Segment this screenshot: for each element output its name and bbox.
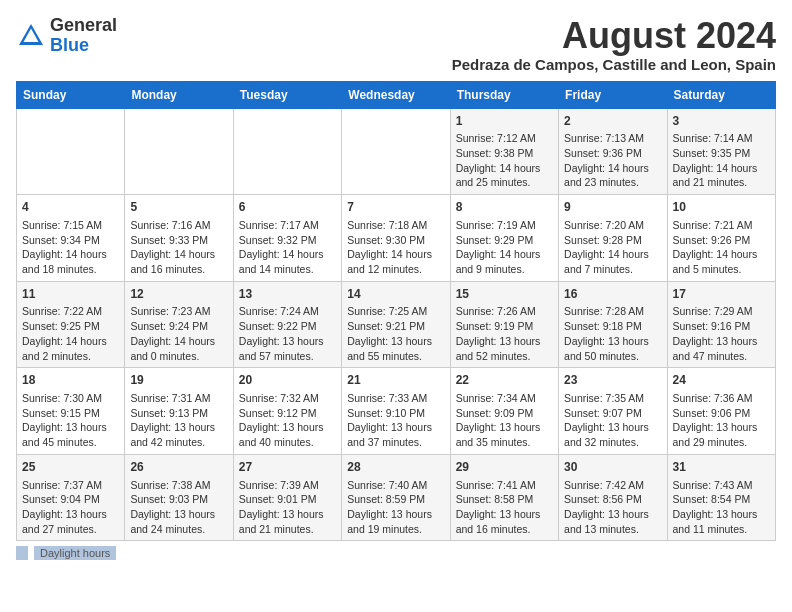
- sunrise: Sunrise: 7:39 AM: [239, 479, 319, 491]
- sunrise: Sunrise: 7:30 AM: [22, 392, 102, 404]
- sunrise: Sunrise: 7:18 AM: [347, 219, 427, 231]
- calendar-day-header: Tuesday: [233, 81, 341, 108]
- daylight: Daylight: 14 hours and 5 minutes.: [673, 248, 758, 275]
- daylight: Daylight: 13 hours and 50 minutes.: [564, 335, 649, 362]
- sunrise: Sunrise: 7:31 AM: [130, 392, 210, 404]
- calendar-cell: 26Sunrise: 7:38 AMSunset: 9:03 PMDayligh…: [125, 454, 233, 541]
- daylight: Daylight: 14 hours and 23 minutes.: [564, 162, 649, 189]
- sunset: Sunset: 9:06 PM: [673, 407, 751, 419]
- sunset: Sunset: 9:30 PM: [347, 234, 425, 246]
- calendar-table: SundayMondayTuesdayWednesdayThursdayFrid…: [16, 81, 776, 542]
- day-number: 26: [130, 459, 227, 476]
- sunrise: Sunrise: 7:35 AM: [564, 392, 644, 404]
- calendar-cell: 22Sunrise: 7:34 AMSunset: 9:09 PMDayligh…: [450, 368, 558, 455]
- daylight: Daylight: 14 hours and 2 minutes.: [22, 335, 107, 362]
- day-number: 16: [564, 286, 661, 303]
- calendar-cell: 21Sunrise: 7:33 AMSunset: 9:10 PMDayligh…: [342, 368, 450, 455]
- sunrise: Sunrise: 7:24 AM: [239, 305, 319, 317]
- sunrise: Sunrise: 7:12 AM: [456, 132, 536, 144]
- calendar-cell: 25Sunrise: 7:37 AMSunset: 9:04 PMDayligh…: [17, 454, 125, 541]
- sunset: Sunset: 9:33 PM: [130, 234, 208, 246]
- daylight: Daylight: 13 hours and 52 minutes.: [456, 335, 541, 362]
- sunrise: Sunrise: 7:20 AM: [564, 219, 644, 231]
- sunrise: Sunrise: 7:22 AM: [22, 305, 102, 317]
- calendar-cell: 6Sunrise: 7:17 AMSunset: 9:32 PMDaylight…: [233, 195, 341, 282]
- day-number: 1: [456, 113, 553, 130]
- calendar-week-row: 4Sunrise: 7:15 AMSunset: 9:34 PMDaylight…: [17, 195, 776, 282]
- logo: General Blue: [16, 16, 117, 56]
- calendar-cell: 20Sunrise: 7:32 AMSunset: 9:12 PMDayligh…: [233, 368, 341, 455]
- day-number: 23: [564, 372, 661, 389]
- daylight: Daylight: 13 hours and 16 minutes.: [456, 508, 541, 535]
- day-number: 7: [347, 199, 444, 216]
- sunset: Sunset: 9:34 PM: [22, 234, 100, 246]
- sunrise: Sunrise: 7:23 AM: [130, 305, 210, 317]
- daylight: Daylight: 14 hours and 12 minutes.: [347, 248, 432, 275]
- calendar-cell: [233, 108, 341, 195]
- day-number: 2: [564, 113, 661, 130]
- calendar-cell: 30Sunrise: 7:42 AMSunset: 8:56 PMDayligh…: [559, 454, 667, 541]
- sunset: Sunset: 9:16 PM: [673, 320, 751, 332]
- daylight: Daylight: 13 hours and 29 minutes.: [673, 421, 758, 448]
- calendar-cell: 7Sunrise: 7:18 AMSunset: 9:30 PMDaylight…: [342, 195, 450, 282]
- daylight: Daylight: 13 hours and 45 minutes.: [22, 421, 107, 448]
- calendar-cell: 31Sunrise: 7:43 AMSunset: 8:54 PMDayligh…: [667, 454, 775, 541]
- day-number: 27: [239, 459, 336, 476]
- daylight: Daylight: 13 hours and 40 minutes.: [239, 421, 324, 448]
- calendar-cell: 15Sunrise: 7:26 AMSunset: 9:19 PMDayligh…: [450, 281, 558, 368]
- sunrise: Sunrise: 7:36 AM: [673, 392, 753, 404]
- sunset: Sunset: 9:36 PM: [564, 147, 642, 159]
- footer-note: Daylight hours: [16, 547, 776, 559]
- calendar-cell: 13Sunrise: 7:24 AMSunset: 9:22 PMDayligh…: [233, 281, 341, 368]
- day-number: 6: [239, 199, 336, 216]
- sunset: Sunset: 8:58 PM: [456, 493, 534, 505]
- day-number: 18: [22, 372, 119, 389]
- calendar-cell: 10Sunrise: 7:21 AMSunset: 9:26 PMDayligh…: [667, 195, 775, 282]
- day-number: 19: [130, 372, 227, 389]
- sunrise: Sunrise: 7:38 AM: [130, 479, 210, 491]
- calendar-day-header: Friday: [559, 81, 667, 108]
- daylight: Daylight: 13 hours and 57 minutes.: [239, 335, 324, 362]
- daylight: Daylight: 13 hours and 27 minutes.: [22, 508, 107, 535]
- calendar-cell: 2Sunrise: 7:13 AMSunset: 9:36 PMDaylight…: [559, 108, 667, 195]
- daylight: Daylight: 13 hours and 13 minutes.: [564, 508, 649, 535]
- calendar-cell: 24Sunrise: 7:36 AMSunset: 9:06 PMDayligh…: [667, 368, 775, 455]
- calendar-cell: 8Sunrise: 7:19 AMSunset: 9:29 PMDaylight…: [450, 195, 558, 282]
- calendar-day-header: Thursday: [450, 81, 558, 108]
- calendar-week-row: 18Sunrise: 7:30 AMSunset: 9:15 PMDayligh…: [17, 368, 776, 455]
- day-number: 14: [347, 286, 444, 303]
- page-header: General Blue August 2024 Pedraza de Camp…: [16, 16, 776, 73]
- calendar-week-row: 1Sunrise: 7:12 AMSunset: 9:38 PMDaylight…: [17, 108, 776, 195]
- calendar-cell: 28Sunrise: 7:40 AMSunset: 8:59 PMDayligh…: [342, 454, 450, 541]
- calendar-cell: [342, 108, 450, 195]
- sunrise: Sunrise: 7:43 AM: [673, 479, 753, 491]
- calendar-cell: 1Sunrise: 7:12 AMSunset: 9:38 PMDaylight…: [450, 108, 558, 195]
- daylight: Daylight: 13 hours and 42 minutes.: [130, 421, 215, 448]
- daylight: Daylight: 13 hours and 24 minutes.: [130, 508, 215, 535]
- day-number: 12: [130, 286, 227, 303]
- sunrise: Sunrise: 7:42 AM: [564, 479, 644, 491]
- sunset: Sunset: 9:38 PM: [456, 147, 534, 159]
- sunset: Sunset: 9:03 PM: [130, 493, 208, 505]
- sunset: Sunset: 9:04 PM: [22, 493, 100, 505]
- day-number: 13: [239, 286, 336, 303]
- sunrise: Sunrise: 7:41 AM: [456, 479, 536, 491]
- sunset: Sunset: 9:32 PM: [239, 234, 317, 246]
- sunset: Sunset: 9:07 PM: [564, 407, 642, 419]
- daylight: Daylight: 14 hours and 7 minutes.: [564, 248, 649, 275]
- daylight: Daylight: 14 hours and 21 minutes.: [673, 162, 758, 189]
- sunset: Sunset: 9:13 PM: [130, 407, 208, 419]
- logo-blue: Blue: [50, 35, 89, 55]
- sunrise: Sunrise: 7:26 AM: [456, 305, 536, 317]
- calendar-cell: 12Sunrise: 7:23 AMSunset: 9:24 PMDayligh…: [125, 281, 233, 368]
- daylight: Daylight: 13 hours and 32 minutes.: [564, 421, 649, 448]
- calendar-cell: 9Sunrise: 7:20 AMSunset: 9:28 PMDaylight…: [559, 195, 667, 282]
- sunset: Sunset: 9:25 PM: [22, 320, 100, 332]
- daylight-swatch: [16, 546, 28, 560]
- calendar-cell: 18Sunrise: 7:30 AMSunset: 9:15 PMDayligh…: [17, 368, 125, 455]
- day-number: 15: [456, 286, 553, 303]
- daylight: Daylight: 14 hours and 18 minutes.: [22, 248, 107, 275]
- sunrise: Sunrise: 7:15 AM: [22, 219, 102, 231]
- sunset: Sunset: 9:09 PM: [456, 407, 534, 419]
- daylight-label: Daylight hours: [34, 546, 116, 560]
